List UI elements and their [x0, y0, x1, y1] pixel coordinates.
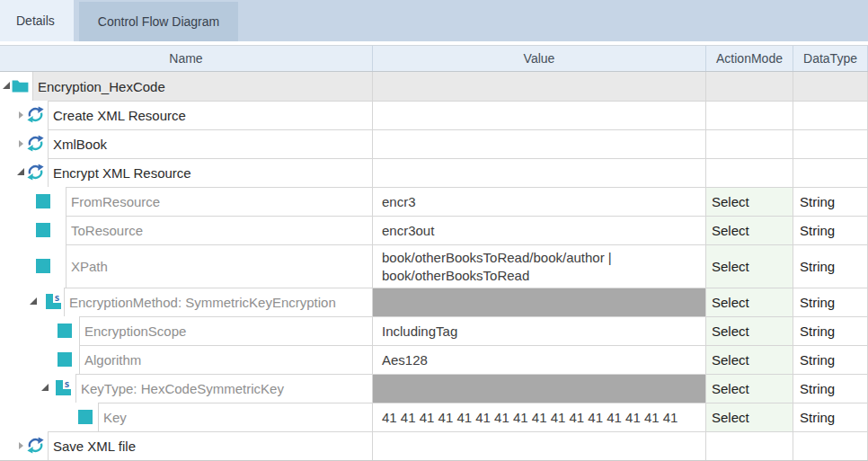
- value-cell[interactable]: book/otherBooksToRead/book/author | book…: [372, 244, 705, 288]
- value-cell[interactable]: [372, 101, 705, 129]
- datatype-cell: [793, 129, 868, 158]
- table-row[interactable]: Create XML Resource: [0, 101, 868, 129]
- tab-control-flow-diagram[interactable]: Control Flow Diagram: [79, 2, 238, 41]
- table-row[interactable]: Encryption_HexCode: [0, 72, 868, 101]
- expander-open-icon[interactable]: [3, 82, 10, 89]
- value-cell[interactable]: encr3out: [372, 216, 705, 244]
- datatype-cell: String: [793, 316, 868, 345]
- row-label[interactable]: Algorithm: [79, 345, 372, 374]
- sync-action-icon: [27, 446, 44, 454]
- value-cell-disabled: [372, 374, 705, 403]
- name-cell: Encrypt XML Resource: [0, 158, 372, 187]
- folder-icon: [12, 86, 29, 93]
- expander-closed-icon[interactable]: [19, 442, 23, 449]
- row-label[interactable]: EncryptionMethod: SymmetricKeyEncryption: [64, 288, 372, 316]
- name-cell: Save XML file: [0, 431, 372, 460]
- datatype-cell: [793, 431, 868, 460]
- actionmode-cell[interactable]: Select: [705, 187, 793, 216]
- row-label[interactable]: Encryption_HexCode: [32, 72, 372, 101]
- structure-icon: s: [46, 294, 61, 309]
- actionmode-cell[interactable]: Select: [705, 216, 793, 244]
- property-icon: [36, 259, 50, 273]
- actionmode-cell: [705, 158, 793, 187]
- row-label[interactable]: Encrypt XML Resource: [48, 158, 372, 187]
- column-header-name: Name: [0, 46, 372, 71]
- property-icon: [58, 352, 72, 367]
- datatype-cell: [793, 72, 868, 101]
- table-row[interactable]: FromResourceencr3SelectString: [0, 187, 868, 216]
- row-label[interactable]: EncryptionScope: [79, 316, 372, 345]
- value-cell[interactable]: [372, 431, 705, 460]
- expander-closed-icon[interactable]: [19, 140, 23, 147]
- value-cell[interactable]: encr3: [372, 187, 705, 216]
- value-cell[interactable]: [372, 129, 705, 158]
- actionmode-cell[interactable]: Select: [705, 345, 793, 374]
- name-cell: sKeyType: HexCodeSymmetricKey: [0, 374, 372, 403]
- table-row[interactable]: Key41 41 41 41 41 41 41 41 41 41 41 41 4…: [0, 403, 868, 431]
- row-label[interactable]: ToResource: [66, 216, 372, 244]
- table-row[interactable]: sKeyType: HexCodeSymmetricKeySelectStrin…: [0, 374, 868, 403]
- row-label[interactable]: XPath: [66, 244, 372, 288]
- tree-table: Encryption_HexCodeCreate XML ResourceXml…: [0, 72, 868, 461]
- column-header-actionmode: ActionMode: [705, 46, 793, 71]
- sync-action-icon: [27, 115, 44, 123]
- actionmode-cell[interactable]: Select: [705, 244, 793, 288]
- datatype-cell: String: [793, 244, 868, 288]
- expander-open-icon[interactable]: [17, 168, 24, 175]
- property-icon: [78, 410, 93, 424]
- value-cell[interactable]: 41 41 41 41 41 41 41 41 41 41 41 41 41 4…: [372, 403, 705, 431]
- property-icon: [58, 324, 72, 338]
- datatype-cell: String: [793, 345, 868, 374]
- structure-icon: s: [56, 380, 71, 395]
- name-cell: Encryption_HexCode: [0, 72, 372, 101]
- column-header-datatype: DataType: [793, 46, 868, 71]
- table-row[interactable]: sEncryptionMethod: SymmetricKeyEncryptio…: [0, 288, 868, 316]
- value-cell[interactable]: Aes128: [372, 345, 705, 374]
- tab-bar: Details Control Flow Diagram: [0, 0, 868, 41]
- table-row[interactable]: AlgorithmAes128SelectString: [0, 345, 868, 374]
- column-header-row: Name Value ActionMode DataType: [0, 45, 868, 72]
- table-row[interactable]: Save XML file: [0, 431, 868, 460]
- datatype-cell: String: [793, 403, 868, 431]
- value-cell[interactable]: [372, 72, 705, 101]
- row-label[interactable]: FromResource: [66, 187, 372, 216]
- row-label[interactable]: KeyType: HexCodeSymmetricKey: [75, 374, 372, 403]
- actionmode-cell[interactable]: Select: [705, 288, 793, 316]
- actionmode-cell[interactable]: Select: [705, 316, 793, 345]
- datatype-cell: String: [793, 216, 868, 244]
- actionmode-cell: [705, 101, 793, 129]
- property-icon: [36, 194, 50, 208]
- row-label[interactable]: Create XML Resource: [48, 101, 372, 129]
- datatype-cell: [793, 101, 868, 129]
- table-row[interactable]: ToResourceencr3outSelectString: [0, 216, 868, 244]
- datatype-cell: String: [793, 187, 868, 216]
- actionmode-cell[interactable]: Select: [705, 374, 793, 403]
- datatype-cell: String: [793, 374, 868, 403]
- actionmode-cell: [705, 129, 793, 158]
- name-cell: FromResource: [0, 187, 372, 216]
- table-row[interactable]: XPathbook/otherBooksToRead/book/author |…: [0, 244, 868, 288]
- row-label[interactable]: Key: [98, 403, 372, 431]
- datatype-cell: [793, 158, 868, 187]
- name-cell: Create XML Resource: [0, 101, 372, 129]
- actionmode-cell: [705, 431, 793, 460]
- actionmode-cell: [705, 72, 793, 101]
- row-label[interactable]: XmlBook: [48, 129, 372, 158]
- expander-closed-icon[interactable]: [19, 111, 23, 119]
- expander-open-icon[interactable]: [30, 297, 37, 305]
- table-row[interactable]: Encrypt XML Resource: [0, 158, 868, 187]
- tab-details[interactable]: Details: [0, 0, 74, 41]
- expander-open-icon[interactable]: [41, 384, 49, 391]
- sync-action-icon: [27, 173, 44, 181]
- value-cell[interactable]: IncludingTag: [372, 316, 705, 345]
- name-cell: Algorithm: [0, 345, 372, 374]
- name-cell: EncryptionScope: [0, 316, 372, 345]
- name-cell: ToResource: [0, 216, 372, 244]
- value-cell[interactable]: [372, 158, 705, 187]
- table-row[interactable]: XmlBook: [0, 129, 868, 158]
- table-row[interactable]: EncryptionScopeIncludingTagSelectString: [0, 316, 868, 345]
- property-icon: [36, 223, 50, 237]
- actionmode-cell[interactable]: Select: [705, 403, 793, 431]
- row-label[interactable]: Save XML file: [48, 431, 372, 460]
- name-cell: XmlBook: [0, 129, 372, 158]
